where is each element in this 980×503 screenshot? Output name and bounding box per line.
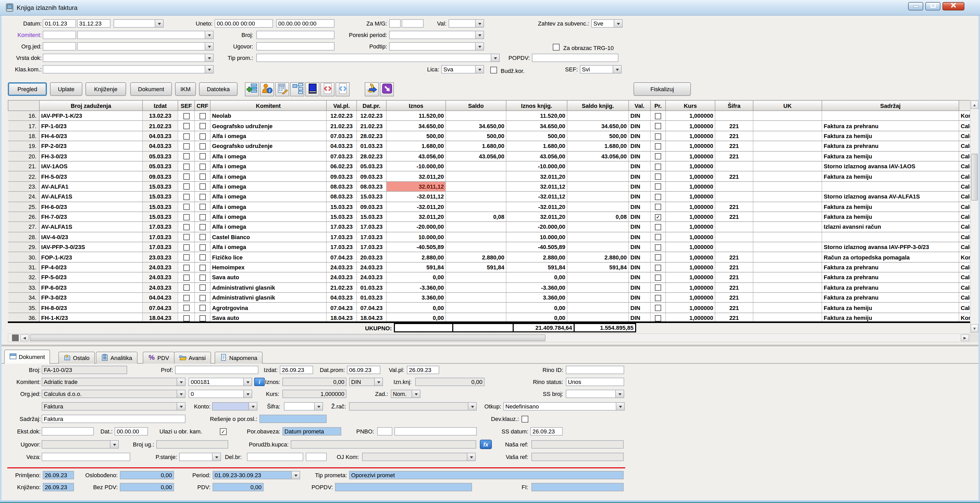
cell-broj[interactable]: IAV-PFP-1-K/23: [39, 111, 143, 121]
pr-checkbox[interactable]: [655, 153, 661, 160]
cell-pr[interactable]: [651, 111, 666, 121]
pr-checkbox[interactable]: [655, 113, 661, 119]
cell-sifra[interactable]: 221: [715, 303, 753, 313]
column-header-broj-zaduzenja[interactable]: Broj zaduženja: [39, 100, 143, 111]
cell-datpr[interactable]: 20.03.23: [356, 252, 386, 262]
p-stanje-dropdown[interactable]: [179, 453, 221, 461]
cell-pr[interactable]: [651, 121, 666, 131]
za-g-field[interactable]: [402, 19, 423, 28]
cell-datpr[interactable]: 21.02.23: [356, 121, 386, 131]
cell-izdat[interactable]: 04.04.23: [143, 293, 178, 303]
chevron-down-icon[interactable]: [615, 390, 624, 398]
cell-saldo_k[interactable]: 591,84: [567, 262, 628, 272]
send-icon-button[interactable]: [365, 82, 379, 96]
cell-komitent[interactable]: Alfa i omega: [210, 212, 326, 222]
cell-sadrzaj[interactable]: [822, 232, 959, 242]
cell-sadrzaj[interactable]: Faktura za prehranu: [822, 121, 959, 131]
cell-ext[interactable]: Calcu: [959, 181, 970, 191]
cell-komitent[interactable]: Agrotrgovina: [210, 303, 326, 313]
cell-kurs[interactable]: 1,000000: [666, 161, 715, 171]
pr-checkbox[interactable]: [655, 224, 661, 230]
chevron-down-icon[interactable]: [248, 403, 257, 410]
d-org-jed-dropdown[interactable]: Calculus d.o.o.: [42, 390, 186, 398]
cell-valpl[interactable]: 15.03.23: [326, 202, 356, 212]
column-header-iznos-knjig-[interactable]: Iznos knjig.: [506, 100, 567, 111]
cell-saldo[interactable]: 1.680,00: [446, 141, 506, 151]
cell-n[interactable]: 21.: [8, 161, 39, 171]
d-z-rac-dropdown[interactable]: [349, 402, 477, 411]
cell-izdat[interactable]: 04.03.23: [143, 131, 178, 141]
zahtev-dropdown[interactable]: Sve: [591, 19, 623, 28]
cell-pr[interactable]: [651, 272, 666, 283]
cell-saldo[interactable]: [446, 303, 506, 313]
cell-saldo_k[interactable]: 34.650,00: [567, 121, 628, 131]
sef-checkbox[interactable]: [183, 234, 189, 240]
trg10-checkbox[interactable]: [553, 44, 560, 51]
cell-sadrzaj[interactable]: Izlazni avansni račun: [822, 222, 959, 232]
datum-from-field[interactable]: 01.01.23: [43, 19, 76, 28]
chevron-down-icon[interactable]: [475, 20, 484, 27]
cell-crf[interactable]: [195, 252, 210, 262]
cell-datpr[interactable]: 07.04.23: [356, 303, 386, 313]
cell-n[interactable]: 35.: [8, 303, 39, 313]
cell-saldo[interactable]: [446, 282, 506, 293]
cell-sifra[interactable]: 221: [715, 202, 753, 212]
sef-checkbox[interactable]: [183, 113, 189, 119]
cell-n[interactable]: 30.: [8, 252, 39, 262]
d-sifra-dropdown[interactable]: [284, 402, 323, 411]
button-ikm[interactable]: IKM: [175, 82, 196, 96]
cell-valpl[interactable]: 15.03.23: [326, 212, 356, 222]
cell-sadrzaj[interactable]: Faktura za prehranu: [822, 272, 959, 283]
cell-datpr[interactable]: 01.03.23: [356, 293, 386, 303]
cell-val[interactable]: DIN: [628, 222, 651, 232]
cell-uk[interactable]: [753, 303, 822, 313]
org-jed-dropdown[interactable]: [77, 42, 213, 51]
cell-iznos_k[interactable]: -32.011,20: [506, 202, 567, 212]
cell-broj[interactable]: FH-8-0/23: [39, 303, 143, 313]
cell-sadrzaj[interactable]: Storno izlaznog avansa IAV-1AOS: [822, 161, 959, 171]
sef-checkbox[interactable]: [183, 143, 189, 150]
d-zad-dropdown[interactable]: Nom.: [391, 390, 420, 398]
broj-filter-field[interactable]: [256, 31, 334, 39]
tab-avansi[interactable]: Avansi: [174, 352, 211, 364]
tab-ostalo[interactable]: Ostalo: [58, 352, 95, 364]
cell-sef[interactable]: [178, 242, 195, 252]
tip-prometa-field[interactable]: Oporezivi promet: [349, 471, 624, 479]
cell-saldo_k[interactable]: 1.680,00: [567, 141, 628, 151]
cell-kurs[interactable]: 1,000000: [666, 262, 715, 272]
cell-saldo_k[interactable]: [567, 242, 628, 252]
cell-izdat[interactable]: 04.03.23: [143, 141, 178, 151]
cell-sef[interactable]: [178, 212, 195, 222]
cell-sadrzaj[interactable]: Račun za ortopedska pomagala: [822, 252, 959, 262]
sef-checkbox[interactable]: [183, 174, 189, 180]
cell-komitent[interactable]: Alfa i omega: [210, 181, 326, 191]
pr-checkbox[interactable]: [655, 254, 661, 261]
cell-pr[interactable]: [651, 262, 666, 272]
cell-komitent[interactable]: Castel Bianco: [210, 232, 326, 242]
cell-izdat[interactable]: 15.03.23: [143, 191, 178, 202]
d-vrsta-dropdown[interactable]: Faktura: [42, 402, 186, 411]
sef-checkbox[interactable]: [183, 214, 189, 220]
column-header-sifra[interactable]: Šifra: [715, 100, 753, 111]
d-broj-field[interactable]: FA-10-0/23: [42, 366, 127, 374]
pr-checkbox[interactable]: [655, 204, 661, 210]
cell-iznos[interactable]: 3.360,00: [386, 293, 446, 303]
cell-n[interactable]: 34.: [8, 293, 39, 303]
cell-iznos[interactable]: -32.011,12: [386, 191, 446, 202]
cell-saldo[interactable]: 43.056,00: [446, 151, 506, 161]
pr-checkbox[interactable]: [655, 315, 661, 321]
cell-ext[interactable]: Kome: [959, 252, 970, 262]
crf-checkbox[interactable]: [199, 133, 205, 139]
cell-crf[interactable]: [195, 272, 210, 283]
chevron-down-icon[interactable]: [205, 54, 213, 62]
cell-valpl[interactable]: 08.03.23: [326, 181, 356, 191]
cell-komitent[interactable]: Sava auto: [210, 272, 326, 283]
download-icon-button[interactable]: [380, 82, 394, 96]
d-izn-knj-field[interactable]: 0,00: [415, 378, 485, 386]
sef-checkbox[interactable]: [183, 194, 189, 200]
cell-komitent[interactable]: Alfa i omega: [210, 202, 326, 212]
column-header-komitent[interactable]: Komitent: [210, 100, 326, 111]
cell-valpl[interactable]: 04.03.23: [326, 141, 356, 151]
chevron-down-icon[interactable]: [467, 453, 475, 460]
cell-sifra[interactable]: 221: [715, 131, 753, 141]
